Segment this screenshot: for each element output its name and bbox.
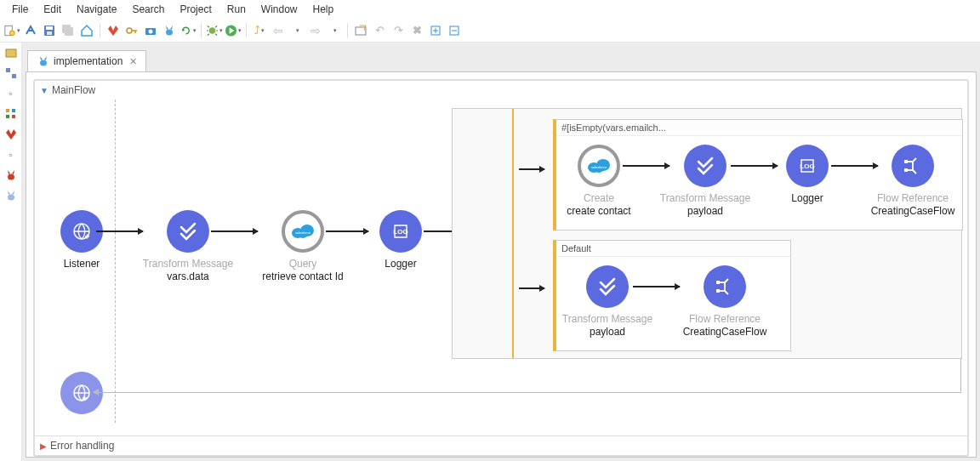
toolbar-separator (100, 23, 100, 38)
node-logger-route1[interactable]: LOG Logger (765, 145, 850, 204)
save-all-button[interactable] (60, 22, 77, 39)
node-transform-varsdata[interactable]: Transform Message vars.data (137, 210, 239, 282)
flow-reference-icon (715, 276, 735, 297)
tool-step-icon[interactable]: ⤴ (251, 22, 268, 39)
svg-rect-6 (65, 27, 73, 36)
forward-drop[interactable] (326, 22, 343, 39)
collapse-icon[interactable]: ▼ (40, 86, 48, 95)
menu-window[interactable]: Window (254, 2, 305, 17)
menu-file[interactable]: File (5, 2, 35, 17)
menu-help[interactable]: Help (306, 2, 341, 17)
view-sidebar: ▫ ▫ (0, 43, 22, 461)
tool-collapse-icon[interactable] (446, 22, 463, 39)
side-min2-icon[interactable]: ▫ (4, 148, 18, 162)
choice-left-gutter (453, 109, 512, 358)
new-button[interactable] (3, 22, 20, 39)
svg-rect-3 (46, 26, 53, 30)
tool-rabbit-icon[interactable] (161, 22, 178, 39)
tool-house-icon[interactable] (78, 22, 95, 39)
node-type: Flow Reference (669, 313, 780, 325)
choice-route-default[interactable]: Default Transform Message payload (553, 240, 791, 351)
flow-container[interactable]: ▼ MainFlow Listener (33, 79, 969, 457)
toolbar-separator (201, 23, 202, 38)
flow-canvas[interactable]: ▼ MainFlow Listener (26, 71, 977, 458)
node-type: Query (248, 258, 358, 270)
svg-rect-20 (12, 109, 15, 112)
menu-project[interactable]: Project (173, 2, 218, 17)
save-button[interactable] (41, 22, 58, 39)
node-response[interactable] (39, 372, 124, 414)
node-type: Create (556, 192, 641, 204)
tab-implementation[interactable]: implementation ✕ (27, 50, 146, 71)
return-line (97, 392, 961, 393)
transform-icon (597, 276, 618, 297)
menu-edit[interactable]: Edit (37, 2, 68, 17)
tool-openfile-icon[interactable] (352, 22, 369, 39)
svg-text:salesforce: salesforce (295, 230, 311, 235)
svg-text:salesforce: salesforce (591, 165, 607, 169)
tool-expand-icon[interactable] (427, 22, 444, 39)
return-arrowhead (93, 389, 99, 396)
side-git-icon[interactable] (4, 128, 18, 141)
tool-undo-icon[interactable]: ↶ (371, 22, 388, 39)
flow-name: MainFlow (52, 84, 95, 96)
transform-icon (695, 156, 715, 176)
svg-point-10 (166, 29, 173, 35)
debug-button[interactable] (206, 22, 223, 39)
logger-icon: LOG (390, 221, 411, 242)
node-name: vars.data (137, 270, 239, 282)
tool-anypoint-icon[interactable] (22, 22, 39, 39)
arrow (519, 168, 544, 170)
side-minimize-icon[interactable]: ▫ (4, 87, 18, 100)
node-label: Logger (765, 192, 850, 204)
tool-gitlab-icon[interactable] (105, 22, 122, 39)
svg-point-24 (8, 195, 14, 201)
error-handling-header[interactable]: ▶ Error handling (35, 435, 967, 455)
arrow (519, 287, 544, 289)
side-rabbit-blue-icon[interactable] (4, 189, 18, 202)
menu-navigate[interactable]: Navigate (70, 2, 123, 17)
tab-close-icon[interactable]: ✕ (129, 56, 137, 67)
side-rabbit-red-icon[interactable] (4, 168, 18, 182)
arrow (96, 230, 143, 232)
node-transform-payload-1[interactable]: Transform Message payload (654, 145, 756, 217)
svg-point-25 (40, 60, 47, 66)
svg-rect-19 (6, 109, 9, 112)
tool-cancel-icon[interactable]: ✖ (408, 22, 425, 39)
node-flowref-1[interactable]: Flow Reference CreatingCaseFlow (863, 145, 963, 217)
side-grid-icon[interactable] (4, 107, 18, 121)
flow-header[interactable]: ▼ MainFlow (35, 81, 967, 100)
toolbar-separator (246, 23, 247, 38)
svg-point-9 (149, 29, 153, 33)
tool-key-icon[interactable] (123, 22, 140, 39)
editor-tabbar: implementation ✕ (26, 46, 977, 71)
svg-point-1 (10, 31, 15, 36)
node-logger[interactable]: LOG Logger (358, 210, 443, 270)
choice-route-when[interactable]: #[isEmpty(vars.emailch... salesforce Cre… (553, 119, 963, 230)
node-type: Transform Message (137, 258, 239, 270)
menu-run[interactable]: Run (220, 2, 253, 17)
run-button[interactable] (225, 22, 242, 39)
menu-search[interactable]: Search (125, 2, 171, 17)
svg-rect-45 (716, 281, 720, 284)
tool-refresh-icon[interactable] (179, 22, 197, 39)
node-query[interactable]: salesforce Query retrieve contact Id (248, 210, 358, 282)
logger-icon: LOG (797, 156, 818, 176)
choice-container[interactable]: #[isEmpty(vars.emailch... salesforce Cre… (452, 108, 962, 359)
svg-point-7 (127, 28, 132, 33)
side-tasks-icon[interactable] (4, 66, 18, 80)
node-listener[interactable]: Listener (39, 210, 124, 270)
svg-rect-17 (6, 68, 10, 72)
node-flowref-2[interactable]: Flow Reference CreatingCaseFlow (669, 265, 780, 338)
back-button[interactable]: ⇦ (270, 22, 287, 39)
expand-icon[interactable]: ▶ (40, 441, 47, 451)
node-transform-payload-2[interactable]: Transform Message payload (556, 265, 658, 338)
side-package-icon[interactable] (4, 46, 18, 60)
transform-icon (178, 221, 198, 242)
return-line (960, 358, 961, 392)
node-create-contact[interactable]: salesforce Create create contact (556, 145, 641, 217)
tool-camera-icon[interactable] (142, 22, 159, 39)
tool-redo-icon[interactable]: ↷ (390, 22, 407, 39)
forward-button[interactable]: ⇨ (307, 22, 324, 39)
back-drop[interactable] (288, 22, 305, 39)
